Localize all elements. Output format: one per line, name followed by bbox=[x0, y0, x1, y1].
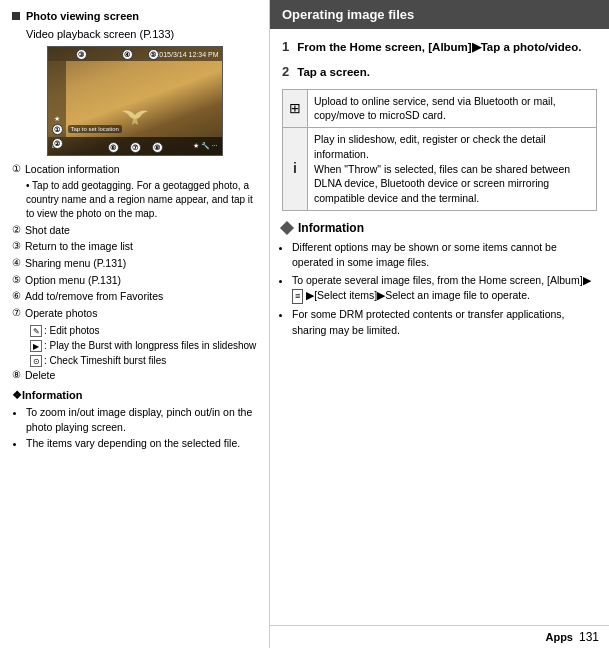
right-info-item-2: To operate several image files, from the… bbox=[292, 273, 597, 304]
timeshift-item: ⊙: Check Timeshift burst files bbox=[30, 353, 257, 368]
circle-8: ⑧ bbox=[152, 142, 163, 153]
left-info-section: ❖Information To zoom in/out image displa… bbox=[12, 389, 257, 452]
square-icon bbox=[12, 12, 20, 20]
step-1: 1 From the Home screen, [Album]▶Tap a ph… bbox=[282, 39, 597, 56]
right-content: 1 From the Home screen, [Album]▶Tap a ph… bbox=[270, 29, 609, 625]
right-info-diamond-icon bbox=[280, 221, 294, 235]
right-header: Operating image files bbox=[270, 0, 609, 29]
item-location-info: ① Location information bbox=[12, 162, 257, 177]
table-cell-2: Play in slideshow, edit, register or che… bbox=[308, 128, 597, 210]
operate-sub-items: ✎: Edit photos ▶: Play the Burst with lo… bbox=[30, 323, 257, 368]
section-title-text: Photo viewing screen bbox=[26, 10, 139, 22]
info-icon: i bbox=[293, 160, 297, 176]
icon-cell-2: i bbox=[283, 128, 308, 210]
step-2-text: Tap a screen. bbox=[297, 64, 370, 80]
item-sharing: ④ Sharing menu (P.131) bbox=[12, 256, 257, 271]
circle-4: ④ bbox=[122, 49, 133, 60]
right-info-list: Different options may be shown or some i… bbox=[292, 240, 597, 338]
item-option: ⑤ Option menu (P.131) bbox=[12, 273, 257, 288]
right-info-item-1: Different options may be shown or some i… bbox=[292, 240, 597, 270]
edit-photos-item: ✎: Edit photos bbox=[30, 323, 257, 338]
table-row-2: i Play in slideshow, edit, register or c… bbox=[283, 128, 597, 210]
page-footer: Apps 131 bbox=[270, 625, 609, 648]
left-info-item-2: The items vary depending on the selected… bbox=[26, 436, 257, 451]
numbered-list: ① Location information • Tap to add geot… bbox=[12, 162, 257, 383]
step-2-num: 2 bbox=[282, 64, 289, 81]
phone-screenshot: 2015/3/14 12:34 PM ★ ◉ Tap to set locati… bbox=[47, 46, 223, 156]
phone-status-text: 2015/3/14 12:34 PM bbox=[155, 51, 218, 58]
circle-1: ① bbox=[52, 124, 63, 135]
phone-bottom-icons: ★ 🔧 ··· bbox=[193, 142, 218, 150]
left-column: Photo viewing screen Video playback scre… bbox=[0, 0, 270, 648]
left-info-item-1: To zoom in/out image display, pinch out/… bbox=[26, 405, 257, 435]
item-return: ③ Return to the image list bbox=[12, 239, 257, 254]
edit-icon: ✎ bbox=[30, 325, 42, 337]
step-2: 2 Tap a screen. bbox=[282, 64, 597, 81]
table-row-1: ⊞ Upload to online service, send via Blu… bbox=[283, 89, 597, 127]
location-tag: Tap to set location bbox=[68, 125, 122, 133]
right-info-title-text: Information bbox=[298, 221, 364, 235]
step-1-num: 1 bbox=[282, 39, 289, 56]
step-1-text: From the Home screen, [Album]▶Tap a phot… bbox=[297, 39, 581, 55]
item-favorites: ⑥ Add to/remove from Favorites bbox=[12, 289, 257, 304]
item-location-detail: • Tap to add geotagging. For a geotagged… bbox=[26, 179, 257, 221]
burst-icon: ▶ bbox=[30, 340, 42, 352]
apps-label: Apps bbox=[545, 631, 573, 643]
right-info-item-3: For some DRM protected contents or trans… bbox=[292, 307, 597, 337]
phone-icon-1: ★ bbox=[54, 115, 60, 123]
right-column: Operating image files 1 From the Home sc… bbox=[270, 0, 609, 648]
menu-icon: ≡ bbox=[292, 289, 303, 304]
circle-7: ⑦ bbox=[130, 142, 141, 153]
left-info-title: ❖Information bbox=[12, 389, 257, 402]
left-info-list: To zoom in/out image display, pinch out/… bbox=[26, 405, 257, 452]
item-shot-date: ② Shot date bbox=[12, 223, 257, 238]
table-cell-1: Upload to online service, send via Bluet… bbox=[308, 89, 597, 127]
section-title: Photo viewing screen bbox=[12, 10, 257, 22]
circle-5: ⑤ bbox=[148, 49, 159, 60]
share-icon: ⊞ bbox=[289, 100, 301, 116]
page-number: 131 bbox=[579, 630, 599, 644]
circle-6: ⑥ bbox=[108, 142, 119, 153]
circle-2: ② bbox=[52, 138, 63, 149]
icon-table: ⊞ Upload to online service, send via Blu… bbox=[282, 89, 597, 211]
right-header-title: Operating image files bbox=[282, 7, 414, 22]
left-info-diamond: ❖ bbox=[12, 389, 22, 401]
sub-item-text: Video playback screen (P.133) bbox=[26, 28, 257, 40]
burst-item: ▶: Play the Burst with longpress files i… bbox=[30, 338, 257, 353]
icon-cell-1: ⊞ bbox=[283, 89, 308, 127]
right-info-title: Information bbox=[282, 221, 597, 235]
timeshift-icon: ⊙ bbox=[30, 355, 42, 367]
bird-icon bbox=[120, 105, 150, 127]
item-operate: ⑦ Operate photos bbox=[12, 306, 257, 321]
sub-item-label: Video playback screen (P.133) bbox=[26, 28, 174, 40]
item-delete: ⑧ Delete bbox=[12, 368, 257, 383]
phone-top-bar: 2015/3/14 12:34 PM bbox=[48, 47, 222, 61]
circle-3: ③ bbox=[76, 49, 87, 60]
